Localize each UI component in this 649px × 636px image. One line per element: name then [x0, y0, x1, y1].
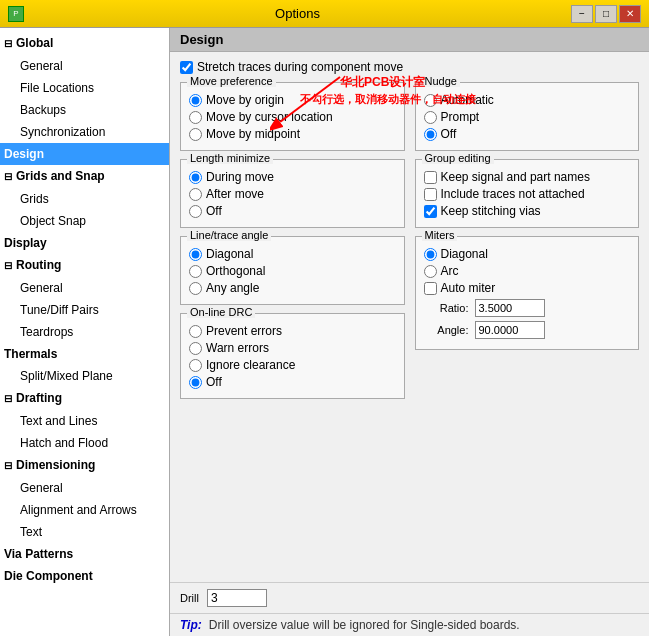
drc-off-row: Off [189, 375, 396, 389]
tree-item-grids[interactable]: Grids [0, 188, 169, 210]
tree-item-tune-diff[interactable]: Tune/Diff Pairs [0, 299, 169, 321]
stretch-traces-checkbox[interactable] [180, 61, 193, 74]
tree-item-synchronization[interactable]: Synchronization [0, 121, 169, 143]
drc-off-label[interactable]: Off [206, 375, 222, 389]
miter-diagonal-radio[interactable] [424, 248, 437, 261]
during-move-radio[interactable] [189, 171, 202, 184]
any-angle-radio[interactable] [189, 282, 202, 295]
move-origin-radio[interactable] [189, 94, 202, 107]
nudge-off-radio[interactable] [424, 128, 437, 141]
auto-miter-checkbox[interactable] [424, 282, 437, 295]
tree-item-file-locations[interactable]: File Locations [0, 77, 169, 99]
tree-item-teardrops[interactable]: Teardrops [0, 321, 169, 343]
group-editing-col: Group editing Keep signal and part names… [415, 159, 640, 236]
include-traces-label[interactable]: Include traces not attached [441, 187, 585, 201]
after-move-label[interactable]: After move [206, 187, 264, 201]
move-cursor-label[interactable]: Move by cursor location [206, 110, 333, 124]
move-cursor-radio[interactable] [189, 111, 202, 124]
warn-errors-radio[interactable] [189, 342, 202, 355]
keep-signal-label[interactable]: Keep signal and part names [441, 170, 590, 184]
drill-input[interactable] [207, 589, 267, 607]
during-move-row: During move [189, 170, 396, 184]
nudge-prompt-radio[interactable] [424, 111, 437, 124]
nudge-prompt-label[interactable]: Prompt [441, 110, 480, 124]
arc-radio[interactable] [424, 265, 437, 278]
orthogonal-label[interactable]: Orthogonal [206, 264, 265, 278]
tree-item-display[interactable]: Display [0, 232, 169, 254]
tree-item-text-lines[interactable]: Text and Lines [0, 410, 169, 432]
prevent-errors-radio[interactable] [189, 325, 202, 338]
auto-miter-label[interactable]: Auto miter [441, 281, 496, 295]
arc-row: Arc [424, 264, 631, 278]
tip-prefix: Tip: [180, 618, 202, 632]
tree-item-design[interactable]: Design [0, 143, 169, 165]
tree-item-hatch-flood[interactable]: Hatch and Flood [0, 432, 169, 454]
tree-item-alignment-arrows[interactable]: Alignment and Arrows [0, 499, 169, 521]
move-origin-label[interactable]: Move by origin [206, 93, 284, 107]
after-move-radio[interactable] [189, 188, 202, 201]
restore-button[interactable]: □ [595, 5, 617, 23]
tree-item-split-mixed[interactable]: Split/Mixed Plane [0, 365, 169, 387]
line-trace-label: Line/trace angle [187, 229, 271, 241]
move-midpoint-label[interactable]: Move by midpoint [206, 127, 300, 141]
keep-signal-checkbox[interactable] [424, 171, 437, 184]
group-editing-group: Group editing Keep signal and part names… [415, 159, 640, 228]
keep-stitching-label[interactable]: Keep stitching vias [441, 204, 541, 218]
angle-input[interactable] [475, 321, 545, 339]
move-midpoint-radio[interactable] [189, 128, 202, 141]
drill-section: Drill [170, 582, 649, 613]
close-button[interactable]: ✕ [619, 5, 641, 23]
ignore-clearance-label[interactable]: Ignore clearance [206, 358, 295, 372]
len-off-radio[interactable] [189, 205, 202, 218]
tree-item-thermals[interactable]: Thermals [0, 343, 169, 365]
prevent-errors-label[interactable]: Prevent errors [206, 324, 282, 338]
warn-errors-row: Warn errors [189, 341, 396, 355]
nudge-off-label[interactable]: Off [441, 127, 457, 141]
title-bar: P Options − □ ✕ [0, 0, 649, 28]
ratio-input[interactable] [475, 299, 545, 317]
minimize-button[interactable]: − [571, 5, 593, 23]
auto-miter-row: Auto miter [424, 281, 631, 295]
orthogonal-radio[interactable] [189, 265, 202, 278]
angle-label: Angle: [424, 324, 469, 336]
during-move-label[interactable]: During move [206, 170, 274, 184]
arc-label[interactable]: Arc [441, 264, 459, 278]
app-icon: P [8, 6, 24, 22]
miter-diagonal-row: Diagonal [424, 247, 631, 261]
tree-item-via-patterns[interactable]: Via Patterns [0, 543, 169, 565]
after-move-row: After move [189, 187, 396, 201]
tree-item-general1[interactable]: General [0, 55, 169, 77]
ignore-clearance-radio[interactable] [189, 359, 202, 372]
tree-item-text[interactable]: Text [0, 521, 169, 543]
tree-panel: ⊟Global General File Locations Backups S… [0, 28, 170, 636]
stretch-traces-label[interactable]: Stretch traces during component move [197, 60, 403, 74]
stretch-traces-row: Stretch traces during component move [180, 60, 639, 74]
any-angle-label[interactable]: Any angle [206, 281, 259, 295]
len-off-label[interactable]: Off [206, 204, 222, 218]
include-traces-checkbox[interactable] [424, 188, 437, 201]
diagonal-angle-radio[interactable] [189, 248, 202, 261]
tree-item-grids-snap[interactable]: ⊟Grids and Snap [0, 165, 169, 188]
drc-off-radio[interactable] [189, 376, 202, 389]
nudge-label: Nudge [422, 75, 460, 87]
line-trace-content: Diagonal Orthogonal Any angle [189, 247, 396, 295]
warn-errors-label[interactable]: Warn errors [206, 341, 269, 355]
tree-item-backups[interactable]: Backups [0, 99, 169, 121]
tree-item-global[interactable]: ⊟Global [0, 32, 169, 55]
tree-item-dimensioning[interactable]: ⊟Dimensioning [0, 454, 169, 477]
angle-row: Angle: [424, 321, 631, 339]
tree-item-die-component[interactable]: Die Component [0, 565, 169, 587]
tree-item-drafting[interactable]: ⊟Drafting [0, 387, 169, 410]
keep-signal-row: Keep signal and part names [424, 170, 631, 184]
section-header: Design [170, 28, 649, 52]
tree-item-routing[interactable]: ⊟Routing [0, 254, 169, 277]
diagonal-angle-label[interactable]: Diagonal [206, 247, 253, 261]
miters-group: Miters Diagonal Arc [415, 236, 640, 350]
keep-stitching-checkbox[interactable] [424, 205, 437, 218]
tree-item-general2[interactable]: General [0, 277, 169, 299]
group-editing-content: Keep signal and part names Include trace… [424, 170, 631, 218]
prevent-errors-row: Prevent errors [189, 324, 396, 338]
tree-item-object-snap[interactable]: Object Snap [0, 210, 169, 232]
miter-diagonal-label[interactable]: Diagonal [441, 247, 488, 261]
tree-item-general3[interactable]: General [0, 477, 169, 499]
